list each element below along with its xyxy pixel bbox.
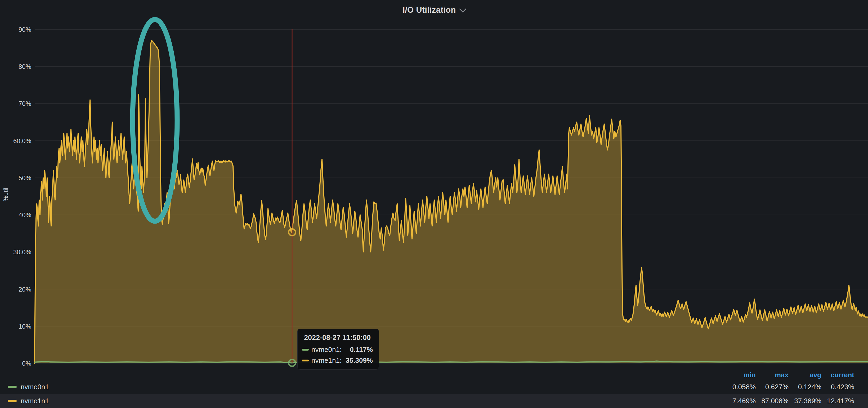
tooltip-row: nvme0n1: 0.117% — [302, 346, 373, 354]
tooltip-timestamp: 2022-08-27 11:50:00 — [302, 334, 373, 342]
y-axis-tick-label: 30.0% — [13, 248, 31, 256]
y-axis-tick-label: 20% — [19, 286, 31, 293]
tooltip-series-value: 0.117% — [350, 346, 373, 354]
y-axis-tick-label: 0% — [22, 360, 31, 367]
stat-current: 0.423% — [822, 383, 854, 391]
y-axis-tick-label: 40% — [19, 211, 31, 218]
series-label: nvme1n1 — [21, 397, 49, 405]
y-axis-tick-label: 10% — [19, 323, 31, 330]
stat-min: 7.469% — [723, 397, 756, 405]
tooltip-series-value: 35.309% — [346, 356, 373, 365]
series-color-dash — [302, 349, 309, 350]
y-axis-tick-label: 80% — [19, 63, 31, 70]
hover-tooltip: 2022-08-27 11:50:00 nvme0n1: 0.117% nvme… — [298, 329, 379, 370]
y-axis-tick-label: 90% — [19, 26, 31, 33]
tooltip-series-label: nvme0n1: — [311, 346, 342, 354]
stat-min: 0.058% — [723, 383, 756, 391]
series-color-dash — [8, 400, 17, 402]
legend-column-max[interactable]: max — [756, 371, 788, 379]
series-label: nvme0n1 — [21, 383, 49, 391]
tooltip-series-label: nvme1n1: — [311, 356, 342, 365]
y-axis-tick-label: 70% — [19, 100, 31, 107]
series-color-dash — [8, 386, 17, 388]
series-color-dash — [302, 360, 309, 362]
stat-max: 87.008% — [756, 397, 788, 405]
legend: min max avg current nvme0n1 0.058% 0.627… — [0, 370, 868, 408]
stat-max: 0.627% — [756, 383, 788, 391]
y-axis-label: %util — [2, 188, 9, 201]
legend-header-row: min max avg current — [0, 370, 868, 380]
y-axis-tick-label: 60.0% — [13, 137, 31, 144]
legend-row-nvme0n1[interactable]: nvme0n1 0.058% 0.627% 0.124% 0.423% — [0, 380, 868, 394]
legend-column-min[interactable]: min — [723, 371, 756, 379]
stat-avg: 0.124% — [788, 383, 822, 391]
legend-column-current[interactable]: current — [822, 371, 854, 379]
io-utilization-chart[interactable]: 90%80%70%60.0%50%40%30.0%20%10%0%%util — [0, 0, 868, 408]
stat-avg: 37.389% — [788, 397, 822, 405]
grafana-panel: I/O Utilization 90%80%70%60.0%50%40%30.0… — [0, 0, 868, 408]
legend-column-avg[interactable]: avg — [788, 371, 822, 379]
y-axis-tick-label: 50% — [19, 174, 31, 181]
stat-current: 12.417% — [822, 397, 854, 405]
tooltip-row: nvme1n1: 35.309% — [302, 356, 373, 365]
legend-row-nvme1n1[interactable]: nvme1n1 7.469% 87.008% 37.389% 12.417% — [0, 394, 868, 408]
